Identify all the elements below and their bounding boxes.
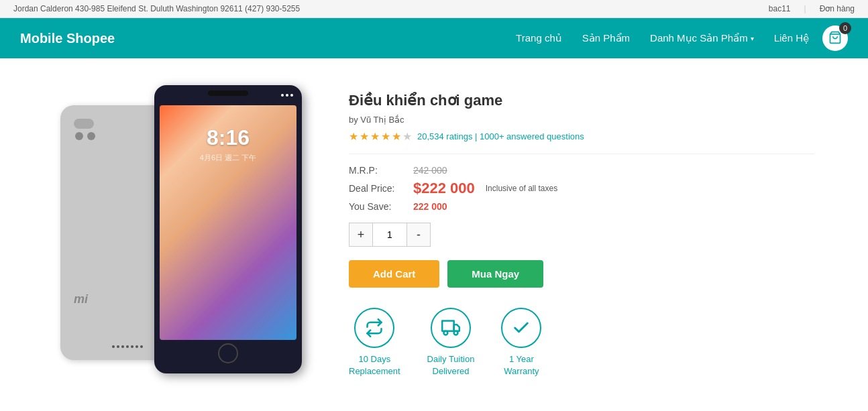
product-info: Điều khiển chơi game by Vũ Thị Bắc ★ ★ ★… bbox=[349, 85, 814, 377]
rating-text[interactable]: 20,534 ratings | 1000+ answered question… bbox=[417, 131, 584, 141]
chevron-down-icon: ▾ bbox=[751, 35, 754, 42]
svg-marker-2 bbox=[454, 325, 459, 331]
top-bar-user[interactable]: bac11 bbox=[769, 4, 791, 13]
navbar: Mobile Shopee Trang chủ Sản Phẩm Danh Mụ… bbox=[0, 18, 868, 58]
phone-date: 4月6日 週二 下午 bbox=[200, 153, 256, 163]
mrp-label: M.R.P: bbox=[349, 165, 402, 176]
top-bar-orders[interactable]: Đơn hàng bbox=[820, 4, 855, 13]
navbar-nav: Trang chủ Sản Phẩm Danh Mục Sản Phẩm ▾ L… bbox=[516, 32, 809, 44]
feature-replacement: 10 Days Replacement bbox=[349, 308, 400, 377]
qty-increase-button[interactable]: - bbox=[406, 223, 431, 247]
nav-link-products[interactable]: Sản Phẩm bbox=[582, 32, 630, 44]
save-label: You Save: bbox=[349, 201, 402, 212]
top-bar-divider: | bbox=[804, 4, 806, 13]
warranty-icon-circle bbox=[501, 308, 541, 348]
delivery-label: Daily Tuition Delivered bbox=[427, 353, 475, 377]
mrp-value: 242 000 bbox=[413, 165, 447, 176]
features-row: 10 Days Replacement Daily Tuition Delive… bbox=[349, 308, 814, 377]
rating-row: ★ ★ ★ ★ ★ ★ 20,534 ratings | 1000+ answe… bbox=[349, 130, 814, 154]
phone-brand-logo: mi bbox=[74, 292, 88, 306]
nav-item-products[interactable]: Sản Phẩm bbox=[582, 32, 630, 44]
star-5-half: ★ bbox=[392, 130, 401, 143]
cart-button[interactable]: 0 bbox=[822, 25, 848, 51]
feature-delivery: Daily Tuition Delivered bbox=[427, 308, 475, 377]
feature-warranty: 1 Year Warranty bbox=[501, 308, 541, 377]
tax-text: Inclusive of all taxes bbox=[486, 184, 557, 193]
star-3: ★ bbox=[370, 130, 380, 143]
star-rating: ★ ★ ★ ★ ★ ★ bbox=[349, 130, 412, 143]
deal-price-value: $222 000 bbox=[413, 180, 475, 197]
cart-icon bbox=[828, 31, 842, 46]
phone-time: 8:16 bbox=[207, 125, 250, 150]
add-cart-button[interactable]: Add Cart bbox=[349, 260, 439, 288]
warranty-label: 1 Year Warranty bbox=[504, 353, 539, 377]
phone-front: 8:16 4月6日 週二 下午 bbox=[154, 85, 302, 373]
svg-rect-1 bbox=[442, 321, 454, 331]
cart-badge: 0 bbox=[839, 22, 851, 34]
svg-point-3 bbox=[444, 331, 448, 335]
save-row: You Save: 222 000 bbox=[349, 201, 814, 212]
product-title: Điều khiển chơi game bbox=[349, 92, 814, 109]
star-1: ★ bbox=[349, 130, 358, 143]
product-image-container: mi 8: bbox=[54, 85, 309, 394]
replacement-icon-circle bbox=[354, 308, 394, 348]
replacement-label: 10 Days Replacement bbox=[349, 353, 400, 377]
top-bar: Jordan Calderon 430-985 Eleifend St. Dul… bbox=[0, 0, 868, 18]
navbar-brand[interactable]: Mobile Shopee bbox=[20, 31, 115, 46]
nav-item-home[interactable]: Trang chủ bbox=[516, 32, 562, 44]
qty-decrease-button[interactable]: + bbox=[349, 223, 373, 247]
product-section: mi 8: bbox=[0, 58, 868, 411]
buy-now-button[interactable]: Mua Ngay bbox=[447, 260, 543, 288]
phone-home-button bbox=[218, 343, 238, 363]
top-bar-address: Jordan Calderon 430-985 Eleifend St. Dul… bbox=[13, 4, 300, 13]
save-value: 222 000 bbox=[413, 201, 447, 212]
svg-point-4 bbox=[454, 331, 458, 335]
deal-price-label: Deal Price: bbox=[349, 183, 402, 194]
product-image: mi 8: bbox=[60, 85, 302, 394]
price-section: M.R.P: 242 000 Deal Price: $222 000 Incl… bbox=[349, 165, 814, 212]
nav-item-categories[interactable]: Danh Mục Sản Phẩm ▾ bbox=[650, 32, 754, 44]
nav-link-home[interactable]: Trang chủ bbox=[516, 32, 562, 44]
phone-speaker bbox=[112, 345, 143, 348]
star-2: ★ bbox=[360, 130, 369, 143]
mrp-row: M.R.P: 242 000 bbox=[349, 165, 814, 176]
quantity-row: + - bbox=[349, 223, 814, 247]
phone-notch bbox=[208, 91, 248, 96]
action-buttons: Add Cart Mua Ngay bbox=[349, 260, 814, 288]
star-6-empty: ★ bbox=[402, 130, 412, 143]
delivery-icon-circle bbox=[431, 308, 471, 348]
phone-screen: 8:16 4月6日 週二 下午 bbox=[160, 105, 296, 340]
deal-price-row: Deal Price: $222 000 Inclusive of all ta… bbox=[349, 180, 814, 197]
star-4: ★ bbox=[381, 130, 390, 143]
product-author: by Vũ Thị Bắc bbox=[349, 115, 814, 125]
nav-item-contact[interactable]: Liên Hệ bbox=[774, 32, 809, 44]
top-bar-right: bac11 | Đơn hàng bbox=[769, 4, 855, 13]
nav-link-contact[interactable]: Liên Hệ bbox=[774, 32, 809, 44]
qty-input[interactable] bbox=[373, 223, 406, 247]
nav-link-categories[interactable]: Danh Mục Sản Phẩm ▾ bbox=[650, 32, 754, 44]
